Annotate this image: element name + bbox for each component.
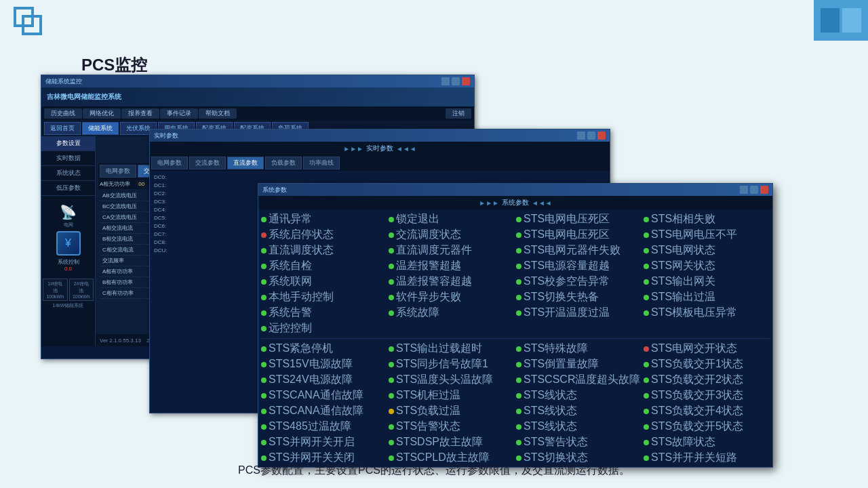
menu-logout[interactable]: 注销: [446, 108, 471, 119]
w3-arrows-left: ►►►: [479, 199, 499, 207]
status-dot: [516, 248, 521, 253]
sp-item: STSCANA通信故障: [261, 388, 387, 403]
sp-label: STS并网开关开启: [269, 435, 355, 449]
sp-label: 通讯异常: [269, 212, 312, 226]
status-dot: [389, 217, 394, 222]
w3-max[interactable]: [750, 186, 758, 194]
tower-label: 电网: [44, 222, 92, 228]
sp-label: STS切换失热备: [524, 290, 599, 304]
dc-item: DC2:: [153, 190, 207, 197]
tab-grid[interactable]: 电网参数: [100, 165, 136, 178]
status-dot: [516, 424, 521, 430]
nav-storage[interactable]: 储能系统: [82, 122, 119, 135]
sidebar-lv-params[interactable]: 低压参数: [41, 181, 95, 196]
status-dot: [644, 248, 649, 253]
w2-max[interactable]: [587, 131, 595, 140]
sp-item: STS温度头头温故障: [389, 373, 515, 387]
minimize-btn[interactable]: [441, 77, 450, 85]
page-title: PCS监控: [81, 54, 147, 76]
sp-item: STS同步信号故障1: [389, 357, 515, 371]
menu-help[interactable]: 帮助文档: [199, 108, 237, 119]
sp-label: STS并开并关短路: [651, 451, 737, 465]
sp-item: STS紧急停机: [261, 342, 387, 356]
w3-close[interactable]: [760, 186, 768, 194]
sp-item: STS并开并关短路: [644, 451, 770, 465]
menu-history[interactable]: 历史曲线: [44, 108, 82, 119]
status-dot: [516, 217, 521, 222]
sidebar-realtime[interactable]: 实时数据: [41, 151, 95, 166]
dc-item: DC5:: [153, 214, 207, 222]
sp-item: 直流调度元器件: [389, 243, 515, 258]
sp-label: STS紧急停机: [269, 342, 333, 356]
logo-square2: [22, 15, 42, 35]
close-btn[interactable]: [462, 77, 470, 85]
sp-item: STS网关状态: [644, 259, 770, 273]
status-dot: [389, 295, 394, 300]
sp-item: 系统自检: [261, 259, 387, 273]
w2-min[interactable]: [577, 131, 585, 140]
sys-title-label: 吉林微电网储能监控系统: [47, 92, 121, 102]
menu-network[interactable]: 网络优化: [83, 108, 121, 119]
sp-item: STS并网开关开启: [261, 435, 387, 449]
tower-area: 📡 电网 ¥ 系统控制 0.0: [41, 201, 95, 274]
status-dot: [644, 424, 649, 430]
tower-icon: 📡: [44, 204, 92, 220]
sp-label: 锁定退出: [396, 212, 439, 226]
w2-close[interactable]: [597, 131, 606, 140]
sp-item: STS输出过温: [644, 290, 770, 304]
divider: [261, 338, 770, 339]
nav-home[interactable]: 返回首页: [44, 122, 81, 135]
w2-tab-load[interactable]: 负载参数: [265, 157, 302, 169]
badge-label: 系统控制: [44, 258, 92, 266]
status-dot: [389, 440, 394, 445]
red-label: 0.0: [44, 266, 92, 272]
status-dot: [516, 378, 521, 383]
sp-label: STS同步信号故障1: [396, 357, 488, 371]
sidebar-param-config[interactable]: 参数设置: [41, 136, 95, 151]
bottom-description: PCS参数配置，主要设置PCS的运行状态、运行参数限值，及交直流测运行数据。: [0, 464, 868, 478]
status-dot: [389, 346, 394, 352]
sp-item: STS切换状态: [516, 451, 642, 465]
w2-tab-dc[interactable]: 直流参数: [227, 157, 264, 169]
status-dot: [516, 310, 521, 316]
sp-item: STS电网电压死区: [516, 212, 642, 226]
w2-tab-power[interactable]: 功率曲线: [303, 157, 340, 169]
sp-item: STS输出过载超时: [389, 342, 515, 356]
w3-min[interactable]: [740, 186, 748, 194]
status-dot: [261, 346, 267, 352]
status-dot: [261, 295, 267, 300]
w2-tab-ac[interactable]: 交流参数: [189, 157, 226, 169]
sp-label: STSCSCR温度超头故障: [524, 373, 640, 387]
energy-box2-title: 2#锂电池100kWh: [73, 281, 91, 299]
sp-item: STS电网元器件失败: [516, 243, 642, 258]
sp-label: STS校参空告异常: [524, 274, 610, 289]
status-dot: [261, 217, 267, 222]
sp-label: STS电网电压死区: [524, 228, 610, 242]
window1-controls: [441, 77, 470, 85]
menu-report[interactable]: 报养查看: [121, 108, 159, 119]
sp-label: STS告警状态: [396, 420, 460, 434]
status-dot: [644, 393, 649, 399]
status-dot: [389, 232, 394, 238]
sp-label: 系统告警: [269, 306, 312, 320]
status-dot-red: [261, 232, 267, 238]
status-dot: [644, 232, 649, 238]
sp-item: 远控控制: [261, 321, 387, 336]
status-dot: [644, 409, 649, 414]
sp-label: 本地手动控制: [269, 290, 334, 304]
w2-arrows-right: ◄◄◄: [396, 145, 416, 152]
sp-label: STS机柜过温: [396, 388, 460, 403]
sp-label: STS故障状态: [651, 435, 715, 449]
status-dot: [644, 264, 649, 269]
maximize-btn[interactable]: [452, 77, 460, 85]
sp-label: 远控控制: [269, 321, 312, 336]
menu-events[interactable]: 事件记录: [160, 108, 198, 119]
window2-title: 实时参数: [154, 131, 178, 140]
status-dot: [389, 393, 394, 399]
top-right-decoration: [814, 0, 868, 41]
sp-label: STS特殊故障: [524, 342, 588, 356]
status-dot: [261, 326, 267, 331]
w2-tab-grid[interactable]: 电网参数: [151, 157, 188, 169]
sidebar-sys-status[interactable]: 系统状态: [41, 166, 95, 181]
status-dot: [261, 310, 267, 316]
